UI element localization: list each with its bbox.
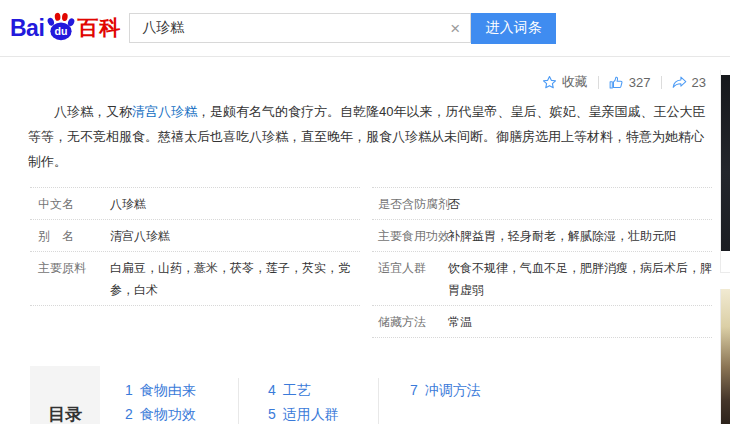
info-row-storage-method: 储藏方法 常温: [372, 306, 712, 338]
baidu-baike-logo[interactable]: Bai du 百科: [10, 14, 121, 43]
clear-icon[interactable]: ×: [450, 18, 460, 40]
logo-text-bai: Bai: [10, 15, 44, 42]
toc-section: 目录 1食物由来 2食物功效 3选材 4工艺 5适用人群 6产品特点 7冲调方法: [30, 366, 730, 424]
toc-item-label: 食物功效: [140, 406, 196, 422]
info-row-chinese-name: 中文名 八珍糕: [30, 188, 360, 220]
info-row-main-ingredients: 主要原料 白扁豆，山药，薏米，茯苓，莲子，芡实，党参，白术: [30, 252, 360, 306]
info-label: 适宜人群: [378, 257, 448, 301]
toc-item-number: 2: [125, 406, 133, 422]
info-label: 储藏方法: [378, 311, 448, 333]
info-value: 八珍糕: [110, 193, 360, 215]
toc-item-label: 工艺: [283, 382, 311, 398]
action-separator: [598, 76, 599, 89]
info-label: 中文名: [38, 193, 110, 215]
share-button[interactable]: 23: [672, 75, 706, 90]
info-row-suitable-people: 适宜人群 饮食不规律，气血不足，肥胖消瘦，病后术后，脾胃虚弱: [372, 252, 712, 306]
info-row-alias: 别 名 清宫八珍糕: [30, 220, 360, 252]
info-label: 别 名: [38, 225, 110, 247]
toc-item-craft[interactable]: 4工艺: [268, 378, 378, 402]
search-box: × 进入词条: [129, 13, 556, 44]
right-sidebar-image-edge: [720, 289, 730, 424]
toc-columns: 1食物由来 2食物功效 3选材 4工艺 5适用人群 6产品特点 7冲调方法: [100, 366, 518, 424]
logo-text-du: du: [55, 25, 68, 37]
share-icon: [672, 76, 687, 89]
toc-item-food-origin[interactable]: 1食物由来: [125, 378, 238, 402]
info-value: 否: [448, 193, 712, 215]
info-value: 补脾益胃，轻身耐老，解腻除湿，壮助元阳: [448, 225, 712, 247]
toc-item-label: 冲调方法: [425, 382, 481, 398]
toc-title: 目录: [48, 403, 82, 424]
search-input-wrap: ×: [129, 13, 471, 43]
info-value: 白扁豆，山药，薏米，茯苓，莲子，芡实，党参，白术: [110, 257, 360, 301]
entry-actions: 收藏 327 23: [542, 73, 706, 91]
search-input[interactable]: [130, 14, 470, 42]
toc-item-number: 7: [410, 382, 418, 398]
toc-item-applicable-people[interactable]: 5适用人群: [268, 402, 378, 424]
baike-entry-page: Bai du 百科 × 进入词条 收藏: [0, 0, 730, 424]
thumb-up-icon: [609, 75, 624, 90]
share-count: 23: [692, 75, 706, 90]
like-button[interactable]: 327: [609, 75, 651, 90]
header: Bai du 百科 × 进入词条: [0, 0, 730, 57]
toc-column-3: 7冲调方法: [378, 378, 518, 424]
baidu-paw-icon: du: [45, 12, 76, 41]
action-separator: [661, 76, 662, 89]
info-row-main-benefits: 主要食用功效 补脾益胃，轻身耐老，解腻除湿，壮助元阳: [372, 220, 712, 252]
entry-summary: 八珍糕，又称清宫八珍糕，是颇有名气的食疗方。自乾隆40年以来，历代皇帝、皇后、嫔…: [28, 99, 710, 174]
info-label: 是否含防腐剂: [378, 193, 448, 215]
right-sidebar-video-thumbnail-edge: [721, 75, 730, 251]
toc-item-food-effects[interactable]: 2食物功效: [125, 402, 238, 424]
toc-item-number: 1: [125, 382, 133, 398]
star-icon: [542, 75, 557, 90]
info-value: 清宫八珍糕: [110, 225, 360, 247]
favorite-label: 收藏: [562, 73, 588, 91]
toc-item-label: 食物由来: [140, 382, 196, 398]
basic-info-table: 中文名 八珍糕 别 名 清宫八珍糕 主要原料 白扁豆，山药，薏米，茯苓，莲子，芡…: [30, 187, 712, 338]
toc-title-box: 目录: [30, 366, 100, 424]
basic-info-right-column: 是否含防腐剂 否 主要食用功效 补脾益胃，轻身耐老，解腻除湿，壮助元阳 适宜人群…: [372, 187, 712, 338]
info-label: 主要原料: [38, 257, 110, 301]
logo-text-baike: 百科: [77, 14, 121, 42]
enter-entry-button[interactable]: 进入词条: [471, 13, 556, 44]
toc-column-1: 1食物由来 2食物功效 3选材: [125, 378, 238, 424]
inline-entry-link[interactable]: 清宫八珍糕: [132, 104, 197, 119]
info-value: 常温: [448, 311, 712, 333]
favorite-button[interactable]: 收藏: [542, 73, 588, 91]
toc-item-number: 5: [268, 406, 276, 422]
basic-info-left-column: 中文名 八珍糕 别 名 清宫八珍糕 主要原料 白扁豆，山药，薏米，茯苓，莲子，芡…: [30, 187, 360, 338]
toc-item-brewing-method[interactable]: 7冲调方法: [410, 378, 518, 402]
like-count: 327: [629, 75, 651, 90]
toc-item-number: 4: [268, 382, 276, 398]
toc-item-label: 适用人群: [283, 406, 339, 422]
summary-text-before: 八珍糕，又称: [54, 104, 132, 119]
info-label: 主要食用功效: [378, 225, 448, 247]
info-row-preservatives: 是否含防腐剂 否: [372, 188, 712, 220]
info-value: 饮食不规律，气血不足，肥胖消瘦，病后术后，脾胃虚弱: [448, 257, 712, 301]
toc-column-2: 4工艺 5适用人群 6产品特点: [238, 378, 378, 424]
